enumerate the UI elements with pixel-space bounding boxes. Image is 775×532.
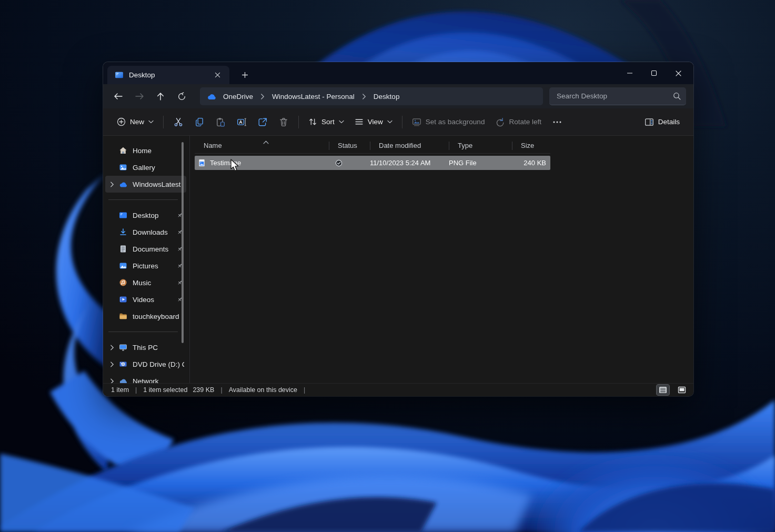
column-header-status[interactable]: Status [329, 138, 370, 153]
share-button[interactable] [252, 113, 273, 132]
copy-button[interactable] [189, 113, 210, 132]
search-box[interactable] [549, 87, 686, 105]
details-view-toggle[interactable] [657, 385, 669, 395]
tab-close-icon[interactable] [210, 69, 224, 82]
file-date-modified: 11/10/2023 5:24 AM [370, 159, 449, 167]
rotate-left-label: Rotate left [509, 118, 541, 126]
sidebar-separator [108, 199, 178, 200]
onedrive-icon [118, 181, 128, 187]
command-toolbar: New [103, 108, 693, 136]
details-label: Details [658, 118, 680, 126]
column-header-size[interactable]: Size [512, 138, 550, 153]
chevron-right-icon[interactable] [107, 378, 117, 384]
this-pc-icon [118, 343, 128, 352]
details-button[interactable]: Details [639, 113, 685, 132]
view-button[interactable]: View [349, 113, 398, 132]
navigation-bar: OneDrive WindowsLatest - Personal Deskto… [103, 84, 693, 108]
sidebar-item-desktop[interactable]: Desktop [105, 207, 186, 224]
column-header-date-modified[interactable]: Date modified [370, 138, 449, 153]
sidebar-item-onedrive-windowslatest[interactable]: WindowsLatest [105, 176, 186, 193]
png-file-icon [198, 159, 206, 167]
set-as-background-button[interactable]: Set as background [407, 113, 490, 132]
folder-icon [118, 312, 128, 320]
sidebar-item-gallery[interactable]: Gallery [105, 159, 186, 176]
details-view-icon [659, 386, 667, 394]
close-button[interactable] [666, 62, 690, 84]
delete-button[interactable] [273, 113, 294, 132]
tab-bar: Desktop [103, 62, 693, 84]
toolbar-separator [163, 116, 164, 128]
tab-desktop[interactable]: Desktop [107, 66, 229, 84]
sidebar-item-this-pc[interactable]: This PC [105, 339, 186, 356]
paste-icon [216, 117, 225, 127]
network-icon [118, 378, 128, 383]
chevron-down-icon [387, 120, 392, 124]
chevron-right-icon[interactable] [107, 345, 117, 350]
view-label: View [368, 118, 383, 126]
breadcrumb-chevron-icon[interactable] [361, 94, 367, 99]
thumbnail-view-toggle[interactable] [676, 385, 688, 395]
chevron-down-icon [148, 120, 154, 124]
back-button[interactable] [108, 87, 128, 105]
file-type: PNG File [449, 159, 512, 167]
videos-icon [118, 295, 128, 304]
sidebar-item-videos[interactable]: Videos [105, 291, 186, 308]
main-area: Home Gallery WindowsLatest [103, 136, 693, 383]
minimize-button[interactable] [618, 62, 642, 84]
toolbar-separator [402, 116, 402, 128]
status-availability: Available on this device [229, 386, 297, 394]
more-options-button[interactable] [547, 113, 568, 132]
file-size: 240 KB [512, 159, 550, 167]
pictures-icon [118, 262, 128, 270]
new-button[interactable]: New [112, 113, 159, 132]
share-icon [258, 117, 267, 127]
rename-button[interactable] [231, 113, 252, 132]
up-button[interactable] [150, 87, 170, 105]
column-headers: Name Status Date modified Type Size [195, 138, 550, 154]
paste-button[interactable] [210, 113, 231, 132]
refresh-button[interactable] [172, 87, 192, 105]
file-list: Name Status Date modified Type Size [190, 136, 693, 383]
chevron-right-icon[interactable] [107, 362, 117, 367]
sidebar-item-pictures[interactable]: Pictures [105, 257, 186, 274]
column-header-name[interactable]: Name [195, 138, 329, 153]
sidebar-item-documents[interactable]: Documents [105, 240, 186, 257]
sidebar-item-dvd-drive[interactable]: DVD Drive (D:) C [105, 356, 186, 373]
search-input[interactable] [557, 92, 673, 100]
gallery-icon [118, 163, 128, 172]
rotate-left-button[interactable]: Rotate left [490, 113, 547, 132]
search-icon [673, 92, 681, 100]
maximize-button[interactable] [642, 62, 666, 84]
cut-button[interactable] [168, 113, 189, 132]
sidebar-item-home[interactable]: Home [105, 142, 186, 159]
sidebar-scrollbar[interactable] [182, 142, 184, 343]
breadcrumb-item-account[interactable]: WindowsLatest - Personal [268, 91, 359, 102]
music-icon [118, 278, 128, 287]
sort-label: Sort [321, 118, 335, 126]
status-selected-size: 239 KB [193, 386, 214, 394]
sidebar-item-downloads[interactable]: Downloads [105, 224, 186, 240]
thumbnail-view-icon [678, 386, 686, 394]
forward-button[interactable] [129, 87, 149, 105]
breadcrumb-item-onedrive[interactable]: OneDrive [219, 91, 257, 102]
sidebar: Home Gallery WindowsLatest [103, 136, 189, 383]
details-panel-icon [645, 117, 654, 127]
breadcrumb[interactable]: OneDrive WindowsLatest - Personal Deskto… [200, 87, 543, 105]
set-as-background-label: Set as background [426, 118, 485, 126]
tab-title: Desktop [129, 71, 205, 79]
new-tab-button[interactable] [237, 67, 253, 82]
sidebar-item-touchkeyboard[interactable]: touchkeyboard [105, 308, 186, 325]
file-row-testimage[interactable]: Testimage 11/10/2023 5:24 AM PNG File 24… [195, 156, 550, 170]
rotate-left-icon [495, 117, 505, 127]
sidebar-item-network[interactable]: Network [105, 373, 186, 383]
breadcrumb-item-desktop[interactable]: Desktop [369, 91, 404, 102]
cut-icon [174, 117, 183, 127]
status-bar: 1 item | 1 item selected 239 KB | Availa… [103, 383, 693, 396]
sort-button[interactable]: Sort [303, 113, 349, 132]
sidebar-item-music[interactable]: Music [105, 274, 186, 291]
sort-icon [308, 117, 317, 126]
chevron-right-icon[interactable] [107, 182, 117, 187]
breadcrumb-chevron-icon[interactable] [259, 94, 266, 99]
column-header-type[interactable]: Type [449, 138, 512, 153]
downloads-icon [118, 228, 128, 236]
